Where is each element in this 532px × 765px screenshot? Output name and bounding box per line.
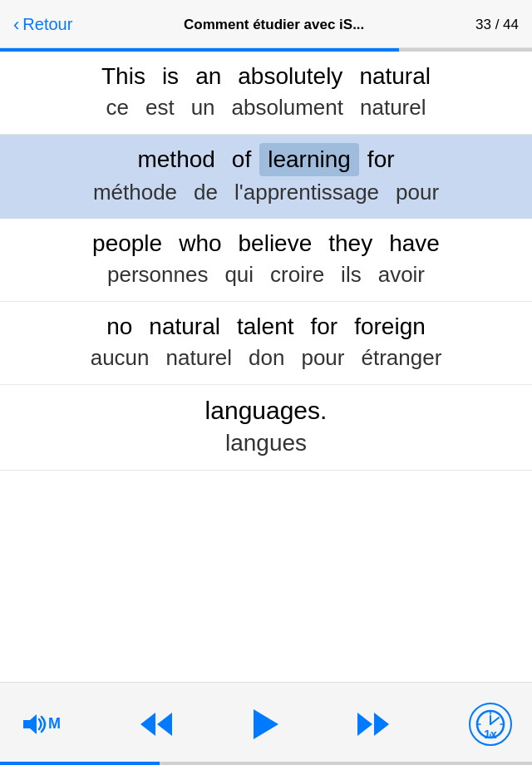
- player: M: [0, 682, 532, 765]
- word[interactable]: absolutely: [229, 60, 351, 93]
- trans-word: avoir: [370, 260, 433, 289]
- sentence-4-french: aucun naturel don pour étranger: [17, 343, 515, 373]
- word[interactable]: This: [93, 60, 154, 93]
- volume-label: M: [48, 715, 61, 733]
- trans-word: de: [185, 178, 226, 207]
- trans-word: étranger: [352, 343, 450, 373]
- speed-label: 1x: [484, 728, 497, 741]
- svg-marker-3: [254, 709, 278, 739]
- speed-button[interactable]: 1x: [469, 703, 512, 746]
- sentence-4-english: no natural talent for foreign: [17, 310, 515, 343]
- sentence-1-english: This is an absolutely natural: [17, 60, 515, 93]
- word[interactable]: of: [224, 143, 259, 176]
- trans-word: ils: [332, 260, 370, 289]
- sentence-3: people who believe they have personnes q…: [0, 219, 532, 302]
- word[interactable]: people: [84, 227, 170, 260]
- word[interactable]: foreign: [346, 310, 434, 343]
- trans-word: don: [240, 343, 293, 373]
- play-button[interactable]: [250, 708, 280, 741]
- speaker-icon: [20, 711, 47, 738]
- word[interactable]: for: [302, 310, 346, 343]
- rewind-button[interactable]: [137, 709, 174, 739]
- trans-word: méthode: [85, 178, 185, 207]
- trans-word: aucun: [82, 343, 158, 373]
- back-label: Retour: [22, 15, 72, 34]
- word[interactable]: have: [381, 227, 448, 260]
- word[interactable]: an: [187, 60, 229, 93]
- svg-marker-5: [374, 713, 389, 736]
- trans-word: un: [183, 93, 224, 122]
- sentence-3-english: people who believe they have: [17, 227, 515, 260]
- trans-word: pour: [387, 178, 447, 207]
- svg-marker-2: [157, 713, 172, 736]
- back-chevron-icon: ‹: [13, 16, 19, 34]
- trans-word: l'apprentissage: [226, 178, 387, 207]
- volume-button[interactable]: M: [20, 711, 61, 738]
- speed-circle: 1x: [469, 703, 512, 746]
- svg-marker-1: [140, 713, 155, 736]
- rewind-icon: [137, 709, 174, 739]
- play-icon: [250, 708, 280, 741]
- trans-word: naturel: [352, 93, 435, 122]
- sentence-5-french: langues: [17, 428, 515, 458]
- sentence-3-french: personnes qui croire ils avoir: [17, 260, 515, 289]
- sentence-1-french: ce est un absolument naturel: [17, 93, 515, 122]
- sentences-area: This is an absolutely natural ce est un …: [0, 52, 532, 554]
- trans-word: pour: [293, 343, 352, 373]
- player-progress-bar: [0, 762, 532, 765]
- trans-word: croire: [262, 260, 332, 289]
- trans-word: personnes: [99, 260, 216, 289]
- trans-word: ce: [98, 93, 137, 122]
- word[interactable]: talent: [229, 310, 303, 343]
- word[interactable]: they: [320, 227, 381, 260]
- word[interactable]: believe: [230, 227, 321, 260]
- sentence-1: This is an absolutely natural ce est un …: [0, 52, 532, 135]
- svg-marker-4: [357, 713, 372, 736]
- header: ‹ Retour Comment étudier avec iS... 33 /…: [0, 0, 532, 48]
- player-progress-fill: [0, 762, 160, 765]
- word[interactable]: natural: [351, 60, 439, 93]
- word[interactable]: for: [359, 143, 403, 176]
- trans-word: est: [137, 93, 183, 122]
- sentence-5: languages. langues: [0, 385, 532, 471]
- svg-line-7: [490, 718, 499, 724]
- word[interactable]: languages.: [197, 393, 336, 428]
- sentence-2-french: méthode de l'apprentissage pour: [0, 178, 532, 212]
- sentence-2-english: method of learning for: [0, 138, 532, 178]
- sentence-2-highlighted: method of learning for méthode de l'appr…: [0, 135, 532, 219]
- sentence-4: no natural talent for foreign aucun natu…: [0, 302, 532, 385]
- trans-word: qui: [216, 260, 262, 289]
- fast-forward-icon: [356, 709, 392, 739]
- word[interactable]: no: [98, 310, 140, 343]
- word[interactable]: natural: [140, 310, 229, 343]
- header-title: Comment étudier avec iS...: [81, 17, 467, 33]
- trans-word: absolument: [224, 93, 352, 122]
- fast-forward-button[interactable]: [356, 709, 392, 739]
- sentence-5-english: languages.: [17, 393, 515, 428]
- page-counter: 33 / 44: [475, 17, 519, 33]
- word-highlighted[interactable]: learning: [259, 143, 359, 176]
- word[interactable]: is: [154, 60, 187, 93]
- trans-word: naturel: [158, 343, 241, 373]
- word[interactable]: who: [170, 227, 229, 260]
- trans-word: langues: [217, 428, 315, 458]
- back-button[interactable]: ‹ Retour: [13, 15, 72, 34]
- svg-marker-0: [23, 714, 37, 734]
- word[interactable]: method: [129, 143, 223, 176]
